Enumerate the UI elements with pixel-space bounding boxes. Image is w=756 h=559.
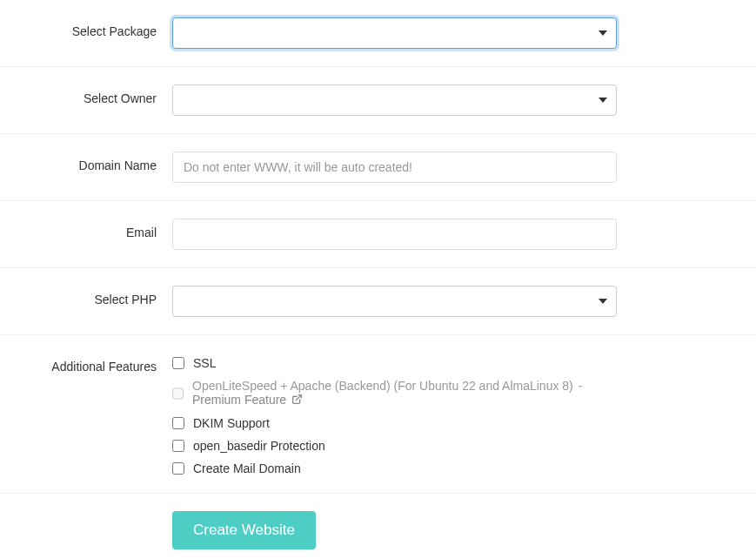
label-email: Email: [0, 219, 172, 239]
select-owner[interactable]: [172, 84, 617, 116]
create-website-button[interactable]: Create Website: [172, 511, 316, 549]
label-ols-apache: OpenLiteSpeed + Apache (Backend) (For Ub…: [192, 379, 617, 407]
label-ssl[interactable]: SSL: [193, 356, 216, 370]
svg-line-0: [296, 395, 301, 401]
checkbox-ssl[interactable]: [172, 357, 184, 369]
checkbox-dkim[interactable]: [172, 417, 184, 429]
label-additional-features: Additional Features: [0, 353, 172, 374]
domain-name-input[interactable]: [172, 152, 617, 183]
row-select-php: Select PHP: [0, 268, 756, 335]
row-select-package: Select Package: [0, 0, 756, 67]
label-dkim[interactable]: DKIM Support: [193, 416, 270, 430]
features-list: SSL OpenLiteSpeed + Apache (Backend) (Fo…: [172, 353, 617, 475]
feature-dkim: DKIM Support: [172, 416, 617, 430]
checkbox-ols-apache: [172, 387, 184, 400]
row-submit: Create Website: [0, 494, 756, 559]
feature-mail-domain: Create Mail Domain: [172, 461, 617, 475]
premium-feature-link[interactable]: Premium Feature: [192, 393, 303, 407]
row-select-owner: Select Owner: [0, 67, 756, 134]
label-select-package: Select Package: [0, 17, 172, 38]
feature-ssl: SSL: [172, 356, 617, 370]
label-domain-name: Domain Name: [0, 152, 172, 172]
row-email: Email: [0, 201, 756, 268]
checkbox-open-basedir[interactable]: [172, 440, 184, 452]
select-php[interactable]: [172, 286, 617, 317]
label-open-basedir[interactable]: open_basedir Protection: [193, 439, 325, 453]
external-link-icon: [291, 394, 303, 407]
feature-open-basedir: open_basedir Protection: [172, 439, 617, 453]
feature-ols-apache: OpenLiteSpeed + Apache (Backend) (For Ub…: [172, 379, 617, 407]
row-additional-features: Additional Features SSL OpenLiteSpeed + …: [0, 335, 756, 494]
label-select-php: Select PHP: [0, 286, 172, 306]
label-select-owner: Select Owner: [0, 84, 172, 105]
select-package[interactable]: [172, 17, 617, 49]
label-mail-domain[interactable]: Create Mail Domain: [193, 461, 301, 475]
email-input[interactable]: [172, 219, 617, 250]
checkbox-mail-domain[interactable]: [172, 462, 184, 475]
row-domain-name: Domain Name: [0, 134, 756, 201]
